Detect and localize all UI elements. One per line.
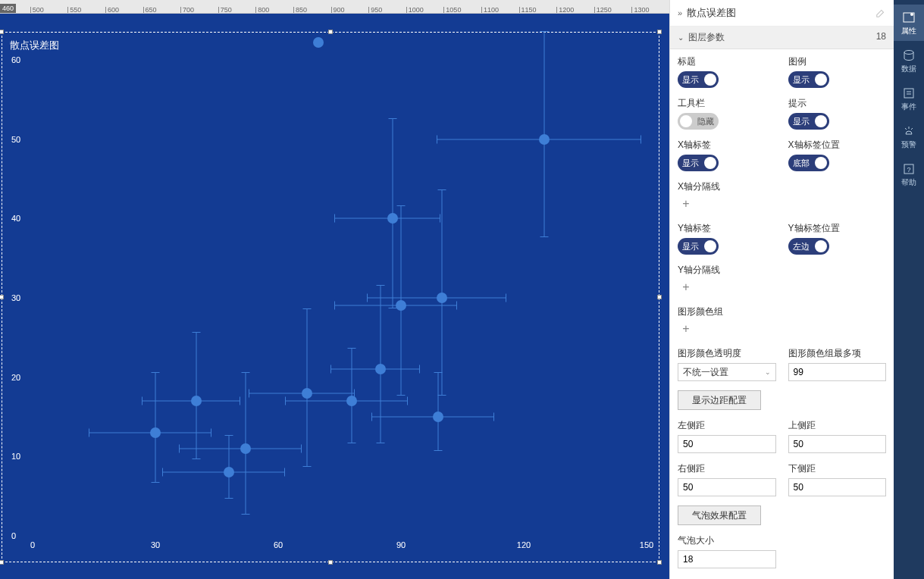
toggle-legend[interactable]: 显示	[788, 71, 829, 88]
bubble-size-input[interactable]	[678, 550, 776, 568]
data-point[interactable]	[302, 388, 312, 399]
toggle-tooltip[interactable]: 显示	[788, 113, 829, 130]
rail-help[interactable]: ?帮助	[894, 156, 924, 192]
canvas-inner[interactable]: 散点误差图 01020304050600306090120150	[0, 14, 669, 579]
rail-alert[interactable]: 预警	[894, 118, 924, 155]
events-icon	[902, 86, 916, 100]
data-point[interactable]	[396, 300, 406, 311]
svg-text:?: ?	[907, 166, 910, 174]
data-point[interactable]	[191, 396, 202, 406]
add-y-splitline[interactable]: +	[678, 280, 694, 296]
data-point[interactable]	[224, 467, 234, 477]
svg-rect-3	[904, 89, 913, 98]
data-point[interactable]	[433, 412, 443, 422]
legend-marker	[313, 37, 324, 48]
param-count: 18	[876, 31, 886, 44]
data-point[interactable]	[150, 427, 161, 438]
alert-icon	[902, 124, 916, 138]
plot-area: 01020304050600306090120150	[33, 60, 647, 536]
collapse-icon[interactable]: »	[678, 8, 682, 17]
bubble-config-button[interactable]: 气泡效果配置	[678, 505, 761, 525]
rail-events[interactable]: 事件	[894, 80, 924, 117]
help-icon: ?	[902, 162, 916, 176]
chart-widget[interactable]: 散点误差图 01020304050600306090120150	[2, 32, 659, 562]
svg-line-7	[911, 128, 913, 130]
section-header[interactable]: ⌄图层参数 18	[670, 27, 894, 49]
top-margin-input[interactable]	[788, 435, 887, 453]
max-items-input[interactable]	[788, 363, 887, 381]
toggle-xaxis-label[interactable]: 显示	[678, 155, 719, 171]
right-margin-input[interactable]	[678, 478, 776, 496]
toggle-title[interactable]: 显示	[678, 71, 719, 88]
add-x-splitline[interactable]: +	[678, 196, 694, 213]
panel-title: 散点误差图	[687, 6, 871, 20]
data-point[interactable]	[240, 443, 251, 454]
toggle-xaxis-pos[interactable]: 底部	[788, 155, 829, 171]
data-point[interactable]	[437, 293, 447, 303]
svg-point-1	[910, 13, 913, 16]
chart-title: 散点误差图	[10, 39, 59, 52]
panel-header: » 散点误差图	[670, 0, 894, 27]
svg-point-2	[904, 51, 913, 55]
add-color-group[interactable]: +	[678, 321, 694, 338]
right-rail: 属性 数据 事件 预警 ?帮助	[894, 0, 924, 579]
toggle-toolbar[interactable]: 隐藏	[678, 113, 719, 130]
properties-icon	[902, 11, 916, 24]
chevron-down-icon: ⌄	[678, 33, 684, 42]
opacity-select[interactable]: 不统一设置⌄	[678, 363, 776, 381]
margin-config-button[interactable]: 显示边距配置	[678, 390, 761, 410]
rail-properties[interactable]: 属性	[894, 5, 924, 41]
data-icon	[902, 49, 916, 62]
ruler-horizontal: 460 500550600650700750800850900950100010…	[0, 0, 669, 14]
toggle-yaxis-label[interactable]: 显示	[678, 238, 719, 255]
data-point[interactable]	[387, 213, 398, 224]
data-point[interactable]	[539, 134, 550, 145]
rail-data[interactable]: 数据	[894, 42, 924, 79]
ruler-coord: 460	[0, 4, 16, 13]
canvas-area: 460 500550600650700750800850900950100010…	[0, 0, 669, 579]
data-point[interactable]	[375, 364, 386, 374]
data-point[interactable]	[346, 396, 357, 406]
toggle-yaxis-pos[interactable]: 左边	[788, 238, 829, 255]
left-margin-input[interactable]	[678, 435, 776, 453]
edit-icon[interactable]	[875, 8, 886, 18]
properties-panel: » 散点误差图 ⌄图层参数 18 标题 显示 图例 显示 工具栏 隐藏 提示 显…	[669, 0, 894, 579]
bottom-margin-input[interactable]	[788, 478, 887, 496]
svg-line-6	[905, 128, 907, 130]
